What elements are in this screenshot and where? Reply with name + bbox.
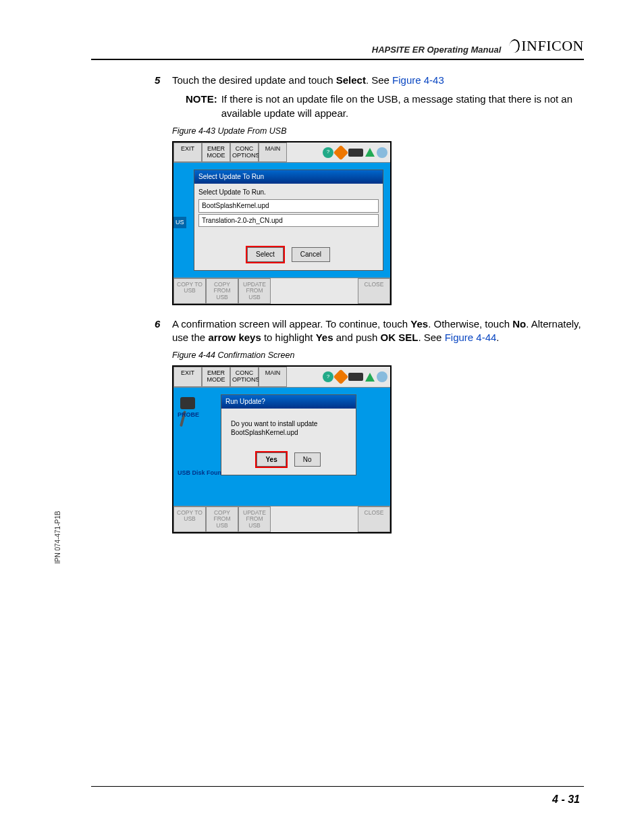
cancel-button[interactable]: Cancel: [292, 247, 330, 262]
usb-disk-label: USB Disk Foun: [178, 469, 221, 477]
status-icons: ?: [287, 367, 390, 387]
copy-from-usb-button[interactable]: COPY FROM USB: [206, 278, 238, 304]
note-text: If there is not an update file on the US…: [221, 93, 584, 120]
main-button[interactable]: MAIN: [259, 367, 287, 387]
probe-label: PROBE: [178, 411, 199, 419]
manual-title: HAPSITE ER Operating Manual: [372, 45, 501, 55]
info-icon[interactable]: [333, 145, 349, 160]
step-5: 5 Touch the desired update and touch Sel…: [172, 74, 584, 87]
dialog-message: Do you want to install update BootSplash…: [225, 413, 352, 440]
side-tab[interactable]: US: [173, 217, 186, 228]
step-text: A confirmation screen will appear. To co…: [172, 318, 581, 343]
close-button[interactable]: CLOSE: [358, 278, 390, 304]
battery-icon: [348, 373, 363, 381]
select-button[interactable]: Select: [247, 247, 284, 262]
page-header: HAPSITE ER Operating Manual INFICON: [91, 37, 584, 60]
brand-logo: INFICON: [509, 37, 584, 55]
step-text: Touch the desired update and touch Selec…: [172, 74, 444, 86]
battery-icon: [348, 149, 363, 157]
step-number: 5: [155, 74, 160, 87]
screenshot-4-44: EXIT EMER MODE CONC OPTIONS MAIN ? PROBE…: [172, 365, 392, 533]
copy-to-usb-button[interactable]: COPY TO USB: [173, 278, 206, 304]
update-from-usb-button[interactable]: UPDATE FROM USB: [238, 506, 271, 532]
exit-button[interactable]: EXIT: [173, 142, 202, 163]
screen-body: US Select Update To Run Select Update To…: [173, 163, 390, 278]
tank-icon: [377, 147, 387, 158]
figure-caption-4-44: Figure 4-44 Confirmation Screen: [172, 350, 584, 361]
no-button[interactable]: No: [294, 452, 321, 467]
footer-rule: [91, 786, 584, 787]
logo-mark-icon: [508, 38, 521, 53]
emer-mode-button[interactable]: EMER MODE: [202, 142, 230, 163]
close-button[interactable]: CLOSE: [358, 506, 390, 532]
exit-button[interactable]: EXIT: [173, 367, 202, 387]
warning-icon: [365, 148, 375, 157]
file-item[interactable]: BootSplashKernel.upd: [198, 199, 379, 213]
tank-icon: [377, 371, 387, 382]
yes-button[interactable]: Yes: [257, 452, 286, 467]
conc-options-button[interactable]: CONC OPTIONS: [230, 367, 259, 387]
help-icon[interactable]: ?: [323, 371, 333, 382]
step-6: 6 A confirmation screen will appear. To …: [172, 317, 584, 345]
top-bar: EXIT EMER MODE CONC OPTIONS MAIN ?: [173, 142, 390, 163]
file-item[interactable]: Translation-2.0-zh_CN.upd: [198, 214, 379, 228]
dialog-title: Run Update?: [221, 395, 356, 409]
select-update-dialog: Select Update To Run Select Update To Ru…: [194, 170, 383, 271]
ipn-label: IPN 074-471-P1B: [54, 511, 61, 564]
figure-link-4-44[interactable]: Figure 4-44: [445, 332, 497, 343]
probe-icon: [180, 397, 195, 409]
top-bar: EXIT EMER MODE CONC OPTIONS MAIN ?: [173, 367, 390, 388]
dialog-label: Select Update To Run.: [198, 188, 379, 197]
main-button[interactable]: MAIN: [259, 142, 287, 163]
help-icon[interactable]: ?: [323, 147, 333, 158]
note-label: NOTE:: [186, 93, 217, 120]
run-update-dialog: Run Update? Do you want to install updat…: [221, 394, 356, 475]
page-number: 4 - 31: [552, 793, 580, 806]
figure-caption-4-43: Figure 4-43 Update From USB: [172, 126, 584, 137]
screenshot-4-43: EXIT EMER MODE CONC OPTIONS MAIN ? US Se…: [172, 141, 392, 305]
status-icons: ?: [287, 142, 390, 163]
figure-link-4-43[interactable]: Figure 4-43: [392, 74, 444, 86]
copy-to-usb-button[interactable]: COPY TO USB: [173, 506, 206, 532]
brand-text: INFICON: [521, 37, 584, 55]
step-number: 6: [155, 317, 160, 331]
bottom-bar: COPY TO USB COPY FROM USB UPDATE FROM US…: [173, 506, 390, 532]
screen-body: PROBE USB Disk Foun Run Update? Do you w…: [173, 388, 390, 506]
bottom-bar: COPY TO USB COPY FROM USB UPDATE FROM US…: [173, 278, 390, 304]
emer-mode-button[interactable]: EMER MODE: [202, 367, 230, 387]
copy-from-usb-button[interactable]: COPY FROM USB: [206, 506, 238, 532]
conc-options-button[interactable]: CONC OPTIONS: [230, 142, 259, 163]
update-from-usb-button[interactable]: UPDATE FROM USB: [238, 278, 271, 304]
warning-icon: [365, 373, 375, 382]
info-icon[interactable]: [333, 369, 349, 385]
note-block: NOTE: If there is not an update file on …: [186, 93, 584, 120]
dialog-title: Select Update To Run: [194, 170, 383, 184]
